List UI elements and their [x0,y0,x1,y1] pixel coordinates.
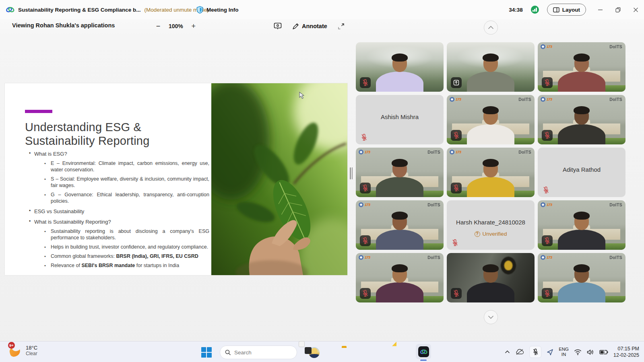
iit-roorkee-logos: 173 [359,150,370,154]
location-icon[interactable] [547,349,553,356]
slide-leaf-image [211,83,347,275]
restore-button[interactable] [614,6,621,13]
pointer-cursor [299,92,304,99]
expand-view-icon[interactable] [338,23,345,30]
zoom-level: 100% [169,23,183,29]
slide-bullet: ESG vs Sustainability [27,208,209,215]
participants-grid: 173DoITSAshish Mishra173DoITS173DoITS173… [356,42,628,302]
participant-tile[interactable]: 173DoITS [356,200,444,250]
doits-watermark: DoITS [609,202,622,207]
mic-muted-icon [451,183,462,193]
doits-watermark: DoITS [427,255,440,260]
institute-seal-icon [541,44,545,49]
iit-roorkee-logos: 173 [541,44,552,49]
task-view-button[interactable] [305,347,316,358]
minimize-button[interactable] [597,6,604,13]
meeting-info-button[interactable]: Meeting Info [196,0,239,19]
participant-tile[interactable] [447,42,535,92]
iit-roorkee-logos: 173 [541,255,552,260]
volume-icon[interactable] [587,349,594,355]
mic-muted-icon [361,134,367,141]
institute-seal-icon [450,97,454,102]
scroll-down-button[interactable] [484,310,498,324]
mic-muted-icon [360,77,371,88]
participant-tile[interactable]: 173DoITS [538,253,625,302]
participant-tile[interactable]: 173DoITS [356,253,444,302]
viewing-status-label: Viewing Rohan Shukla's applications [12,22,115,29]
close-button[interactable] [632,6,639,13]
iit-roorkee-logos: 173 [359,255,370,260]
mic-muted-icon [542,235,553,246]
anniversary-logo: 173 [365,255,370,259]
language-switcher[interactable]: ENGIN [559,347,569,357]
anniversary-logo: 173 [365,150,370,154]
participant-tile[interactable]: 173DoITS [538,95,625,144]
search-field[interactable] [234,350,305,356]
notification-badge: 9+ [8,342,15,349]
annotate-button[interactable]: Annotate [292,23,327,30]
institute-seal-icon [450,150,454,154]
participant-tile[interactable]: 173DoITS [447,95,535,144]
annotate-label: Annotate [302,23,327,29]
iit-roorkee-logos: 173 [541,97,552,102]
copilot-icon[interactable] [323,347,334,358]
battery-charging-icon[interactable] [599,350,608,355]
file-explorer-icon[interactable] [342,347,353,358]
participant-tile[interactable]: 173DoITS [447,148,535,197]
slide-bullet: What is ESG?E – Environmental: Climate i… [27,150,209,204]
participant-tile[interactable]: Aditya Rathod [538,148,625,197]
brave-browser-icon[interactable] [360,347,371,358]
webex-app-icon[interactable] [416,344,431,359]
zoom-in-button[interactable]: + [190,22,198,30]
participant-tile[interactable]: 173DoITS [538,200,625,250]
titlebar: Sustainability Reporting & ESG Complianc… [0,0,644,19]
slide-bullet: What is Sustainability Reporting?Sustain… [27,218,209,269]
clock-widget[interactable]: 07:15 PM12-02-2025 [613,346,639,358]
connection-quality-icon[interactable] [531,6,539,14]
participant-tile[interactable]: 173DoITS [538,42,625,92]
tray-mic-muted-icon[interactable] [529,346,541,358]
iit-roorkee-logos: 173 [450,150,461,154]
notes-app-icon[interactable] [397,347,408,358]
search-icon [225,350,231,356]
webex-logo-icon [6,5,14,14]
start-button[interactable] [201,347,212,358]
mic-muted-icon [451,130,462,141]
anniversary-logo: 173 [547,255,552,259]
weather-condition: Clear [26,351,37,356]
institute-seal-icon [541,255,545,260]
slide-sub-bullet: Common global frameworks: BRSR (India), … [27,253,209,259]
doits-watermark: DoITS [427,150,440,154]
participant-tile[interactable]: Ashish Mishra [356,95,444,144]
layout-button[interactable]: Layout [547,4,586,16]
screen-share-view-icon[interactable] [274,23,282,30]
mic-muted-icon [542,288,553,299]
participant-tile[interactable]: 173DoITS [356,148,444,197]
participant-tile[interactable] [447,253,535,302]
slide-sub-bullet: E – Environmental: Climate impact, carbo… [27,160,209,173]
doits-watermark: DoITS [609,44,622,49]
weather-temp: 18°C [26,345,37,351]
participant-tile[interactable]: Harsh Kharate_24810028?Unverified [447,200,535,250]
zoom-out-button[interactable]: − [154,22,162,30]
onedrive-paused-icon[interactable] [515,349,524,355]
panel-resize-handle[interactable] [350,167,354,179]
wifi-icon[interactable] [574,349,582,355]
mic-muted-icon [360,183,371,193]
participant-tile[interactable] [356,42,444,92]
unverified-badge: ?Unverified [447,231,535,237]
edge-browser-icon[interactable] [379,347,390,358]
iit-roorkee-logos: 173 [450,97,461,102]
participant-name: Aditya Rathod [538,166,625,173]
institute-seal-icon [541,202,545,207]
institute-seal-icon [359,150,363,154]
scroll-up-button[interactable] [484,21,498,35]
doits-watermark: DoITS [427,202,440,207]
mic-muted-icon [360,288,371,299]
weather-widget[interactable]: 9+ 18°C Clear [9,343,37,357]
meeting-title: Sustainability Reporting & ESG Complianc… [18,7,141,13]
tray-chevron-up-icon[interactable] [505,350,510,354]
doits-watermark: DoITS [609,97,622,102]
search-input[interactable] [220,346,297,359]
mic-muted-icon [542,130,553,141]
